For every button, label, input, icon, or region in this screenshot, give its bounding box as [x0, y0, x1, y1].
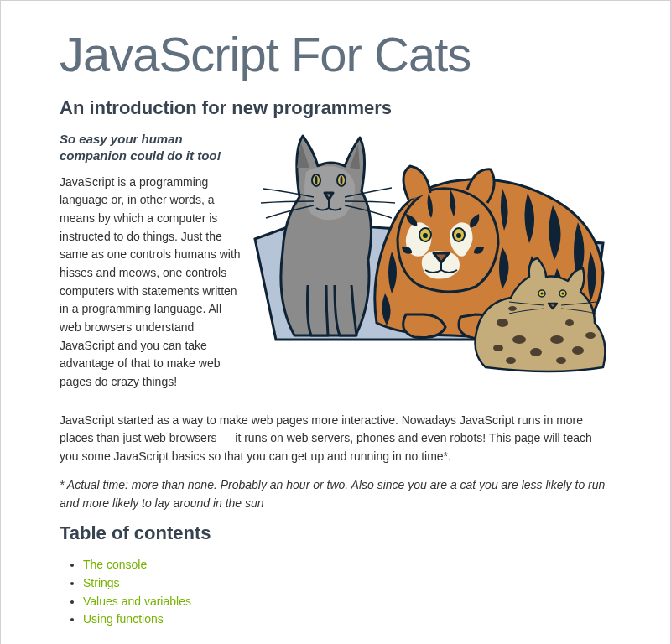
svg-point-22: [506, 357, 516, 364]
svg-point-17: [572, 346, 584, 355]
toc-item: Strings: [83, 574, 611, 593]
svg-point-21: [556, 357, 566, 364]
footnote: * Actual time: more than none. Probably …: [60, 476, 611, 512]
svg-point-12: [497, 319, 508, 327]
toc-heading: Table of contents: [60, 522, 611, 544]
toc-link-values[interactable]: Values and variables: [83, 595, 191, 608]
svg-point-6: [423, 233, 428, 238]
page-title: JavaScript For Cats: [60, 26, 611, 82]
svg-point-2: [315, 176, 318, 184]
intro-block: So easy your human companion could do it…: [60, 131, 611, 402]
svg-point-15: [530, 348, 542, 356]
toc-item: Using functions: [83, 610, 611, 629]
svg-point-3: [341, 176, 343, 184]
subtitle: An introduction for new programmers: [60, 97, 611, 119]
svg-point-11: [562, 293, 564, 295]
svg-point-20: [508, 306, 517, 311]
intro-para-2: JavaScript started as a way to make web …: [60, 412, 611, 466]
svg-point-18: [585, 332, 596, 339]
toc-item: The console: [83, 556, 611, 574]
svg-point-10: [541, 293, 544, 295]
toc-list: The console Strings Values and variables…: [60, 556, 611, 629]
cats-illustration: [251, 131, 611, 377]
svg-point-13: [512, 335, 526, 344]
svg-point-14: [493, 345, 503, 351]
toc-item: Values and variables: [83, 593, 611, 611]
svg-point-19: [565, 319, 574, 326]
svg-point-16: [550, 335, 564, 344]
svg-point-7: [456, 233, 461, 238]
toc-link-strings[interactable]: Strings: [83, 576, 120, 589]
toc-link-console[interactable]: The console: [83, 558, 147, 571]
toc-link-functions[interactable]: Using functions: [83, 612, 164, 626]
